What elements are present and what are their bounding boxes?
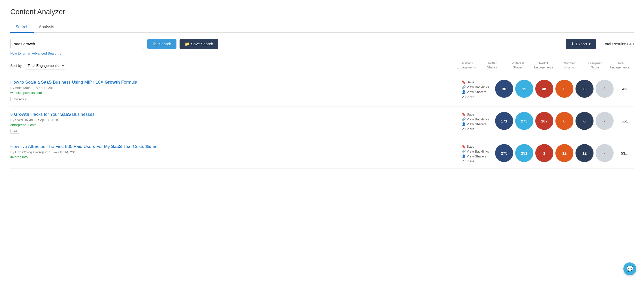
result-content: How I've Attracted The First 500 Paid Us… <box>10 144 462 161</box>
result-domain[interactable]: inkdrop.info <box>10 155 462 159</box>
results-container: How to Scale a SaaS Business Using MIP |… <box>10 75 634 169</box>
search-button[interactable]: 🔍 Search <box>147 39 176 49</box>
stat-facebook: 171 <box>495 112 513 130</box>
result-actions: 🔖 Save🔗 View Backlinks👤 View Sharers↗ Sh… <box>462 80 495 99</box>
stat-evergreen: 7 <box>596 112 614 130</box>
stat-reddit: 0 <box>555 80 573 98</box>
result-domain[interactable]: websitetipstricks.com <box>10 91 462 95</box>
result-meta: By Syed Balkhi — Sep 13, 2018 <box>10 118 462 122</box>
stat-twitter: 251 <box>515 144 533 162</box>
result-content: How to Scale a SaaS Business Using MIP |… <box>10 80 462 101</box>
sort-select[interactable]: Total Engagements <box>25 62 66 69</box>
stat-links: 0 <box>575 80 594 98</box>
action-view-sharers[interactable]: 👤 View Sharers <box>462 90 495 94</box>
result-content: 5 Growth Hacks for Your SaaS BusinessesB… <box>10 112 462 134</box>
result-title[interactable]: How I've Attracted The First 500 Paid Us… <box>10 144 462 149</box>
result-stats: 171273107067551 <box>495 112 634 130</box>
stat-facebook: 30 <box>495 80 513 98</box>
stat-facebook: 275 <box>495 144 513 162</box>
col-links: Numberof Links <box>556 61 582 69</box>
action-share[interactable]: ↗ Share <box>462 95 495 99</box>
result-meta: By Ankit Main — Mar 30, 2019 <box>10 86 462 90</box>
advanced-search-link[interactable]: How to run an Advanced Search ∨ <box>10 51 634 55</box>
stat-twitter: 19 <box>515 80 533 98</box>
col-twitter: TwitterShares <box>479 61 505 69</box>
action-share[interactable]: ↗ Share <box>462 159 495 163</box>
search-input[interactable] <box>10 39 144 49</box>
search-icon: 🔍 <box>152 42 157 46</box>
result-tag: List <box>10 129 19 134</box>
stat-reddit: 0 <box>555 112 573 130</box>
sort-select-wrap[interactable]: Total Engagements <box>25 62 66 69</box>
col-evergreen: EvergreenScore <box>582 61 608 69</box>
col-pinterest: PinterestShares <box>505 61 531 69</box>
export-button[interactable]: ⬇ Export ▾ <box>566 39 596 49</box>
search-bar-row: 🔍 Search 📁 Save Search ⬇ Export ▾ Total … <box>10 39 634 49</box>
result-actions: 🔖 Save🔗 View Backlinks👤 View Sharers↗ Sh… <box>462 112 495 131</box>
chevron-down-icon: ▾ <box>589 42 591 46</box>
tab-analysis[interactable]: Analysis <box>34 22 60 33</box>
folder-icon: 📁 <box>185 42 190 46</box>
result-stats: 27525111212253... <box>495 144 634 162</box>
sort-arrow: ↓ <box>630 66 632 69</box>
result-tag: How Article <box>10 97 29 101</box>
action-view-sharers[interactable]: 👤 View Sharers <box>462 122 495 126</box>
result-domain[interactable]: entrepreneur.com <box>10 123 462 127</box>
result-stats: 30194K0004K <box>495 80 634 98</box>
stat-links: 6 <box>575 112 594 130</box>
col-facebook: FacebookEngagements <box>453 61 479 69</box>
stat-links: 12 <box>575 144 594 162</box>
result-actions: 🔖 Save🔗 View Backlinks👤 View Sharers↗ Sh… <box>462 144 495 163</box>
stat-pinterest: 1 <box>535 144 553 162</box>
stat-reddit: 12 <box>555 144 573 162</box>
stat-evergreen: 2 <box>596 144 614 162</box>
col-reddit: RedditEngagements <box>531 61 556 69</box>
table-row: How to Scale a SaaS Business Using MIP |… <box>10 75 634 107</box>
table-row: How I've Attracted The First 500 Paid Us… <box>10 139 634 169</box>
col-total: TotalEngagements ↓ <box>608 61 634 69</box>
action-save[interactable]: 🔖 Save <box>462 112 495 116</box>
sort-label: Sort by <box>10 64 22 68</box>
save-search-button[interactable]: 📁 Save Search <box>180 39 218 49</box>
action-view-backlinks[interactable]: 🔗 View Backlinks <box>462 85 495 89</box>
result-title[interactable]: 5 Growth Hacks for Your SaaS Businesses <box>10 112 462 117</box>
stat-pinterest: 4K <box>535 80 553 98</box>
tab-bar: Search Analysis <box>10 22 634 33</box>
stat-twitter: 273 <box>515 112 533 130</box>
chevron-down-icon: ∨ <box>59 51 62 55</box>
export-icon: ⬇ <box>571 42 574 46</box>
total-results: Total Results: 840 <box>603 42 634 46</box>
sort-row: Sort by Total Engagements FacebookEngage… <box>10 61 634 69</box>
action-save[interactable]: 🔖 Save <box>462 145 495 148</box>
action-save[interactable]: 🔖 Save <box>462 80 495 84</box>
result-meta: By Https://blog.inkdrop.info... — Oct 14… <box>10 150 462 154</box>
action-view-sharers[interactable]: 👤 View Sharers <box>462 154 495 158</box>
stat-total: 4K <box>616 87 634 91</box>
action-share[interactable]: ↗ Share <box>462 127 495 131</box>
result-title[interactable]: How to Scale a SaaS Business Using MIP |… <box>10 80 462 85</box>
action-view-backlinks[interactable]: 🔗 View Backlinks <box>462 117 495 121</box>
action-view-backlinks[interactable]: 🔗 View Backlinks <box>462 149 495 153</box>
stat-total: 551 <box>616 119 634 123</box>
stat-evergreen: 0 <box>596 80 614 98</box>
tab-search[interactable]: Search <box>10 22 34 33</box>
table-row: 5 Growth Hacks for Your SaaS BusinessesB… <box>10 107 634 139</box>
stat-pinterest: 107 <box>535 112 553 130</box>
stat-total: 53... <box>616 151 634 155</box>
page-title: Content Analyzer <box>10 8 634 16</box>
